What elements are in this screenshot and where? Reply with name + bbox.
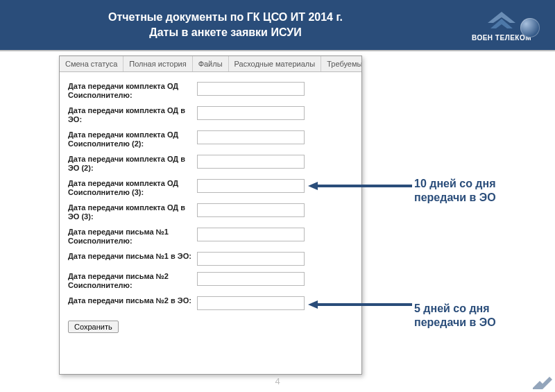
brand-logo: ВОЕН ТЕЛЕКОМ — [456, 4, 547, 46]
field-label: Дата передачи письма №2 Соисполнителю: — [68, 272, 197, 290]
form-panel: Смена статуса Полная история Файлы Расхо… — [59, 56, 362, 375]
corner-decor-icon — [533, 375, 552, 389]
slide-header: Отчетные документы по ГК ЦСО ИТ 2014 г. … — [0, 0, 555, 50]
field-label: Дата передачи комплекта ОД в ЭО (3): — [68, 203, 197, 221]
date-input-5[interactable] — [197, 179, 305, 193]
date-input-8[interactable] — [197, 252, 305, 266]
annotation-1: 10 дней со дня передачи в ЭО — [414, 177, 539, 205]
tab-required[interactable]: Требуемые мат — [321, 56, 362, 71]
tab-bar: Смена статуса Полная история Файлы Расхо… — [60, 56, 361, 72]
page-number: 4 — [0, 376, 555, 386]
form-row: Дата передачи комплекта ОД Соисполнителю… — [68, 130, 353, 148]
form-body: Дата передачи комплекта ОД Соисполнителю… — [60, 72, 361, 339]
slide: Отчетные документы по ГК ЦСО ИТ 2014 г. … — [0, 0, 555, 392]
form-row: Дата передачи комплекта ОД в ЭО: — [68, 106, 353, 124]
date-input-6[interactable] — [197, 203, 305, 217]
form-row: Дата передачи комплекта ОД в ЭО (2): — [68, 155, 353, 173]
field-label: Дата передачи комплекта ОД в ЭО (2): — [68, 155, 197, 173]
field-label: Дата передачи комплекта ОД Соисполнителю… — [68, 82, 197, 100]
field-label: Дата передачи письма №1 Соисполнителю: — [68, 228, 197, 246]
tab-files[interactable]: Файлы — [193, 56, 229, 71]
form-row: Дата передачи письма №1 Соисполнителю: — [68, 228, 353, 246]
form-row: Дата передачи комплекта ОД Соисполнителю… — [68, 179, 353, 197]
field-label: Дата передачи комплекта ОД Соисполнителю… — [68, 130, 197, 148]
form-row: Дата передачи письма №2 Соисполнителю: — [68, 272, 353, 290]
date-input-10[interactable] — [197, 296, 305, 310]
logo-arrow-icon — [485, 9, 518, 33]
date-input-2[interactable] — [197, 106, 305, 120]
save-button[interactable]: Сохранить — [68, 321, 119, 333]
tab-materials[interactable]: Расходные материалы — [229, 56, 322, 71]
annotation-2: 5 дней со дня передачи в ЭО — [414, 302, 539, 330]
form-row: Дата передачи письма №2 в ЭО: — [68, 296, 353, 310]
date-input-1[interactable] — [197, 82, 305, 96]
date-input-3[interactable] — [197, 130, 305, 144]
tab-status[interactable]: Смена статуса — [60, 56, 123, 71]
form-row: Дата передачи комплекта ОД Соисполнителю… — [68, 82, 353, 100]
brand-text: ВОЕН ТЕЛЕКОМ — [472, 34, 531, 42]
date-input-9[interactable] — [197, 272, 305, 286]
field-label: Дата передачи письма №2 в ЭО: — [68, 296, 197, 305]
field-label: Дата передачи письма №1 в ЭО: — [68, 252, 197, 261]
form-row: Дата передачи комплекта ОД в ЭО (3): — [68, 203, 353, 221]
form-row: Дата передачи письма №1 в ЭО: — [68, 252, 353, 266]
slide-title: Отчетные документы по ГК ЦСО ИТ 2014 г. … — [0, 10, 451, 40]
date-input-4[interactable] — [197, 155, 305, 169]
title-line-1: Отчетные документы по ГК ЦСО ИТ 2014 г. — [108, 11, 343, 23]
field-label: Дата передачи комплекта ОД Соисполнителю… — [68, 179, 197, 197]
field-label: Дата передачи комплекта ОД в ЭО: — [68, 106, 197, 124]
globe-icon — [520, 18, 540, 37]
tab-history[interactable]: Полная история — [123, 56, 192, 71]
date-input-7[interactable] — [197, 228, 305, 241]
title-line-2: Даты в анкете заявки ИСУИ — [149, 26, 301, 38]
